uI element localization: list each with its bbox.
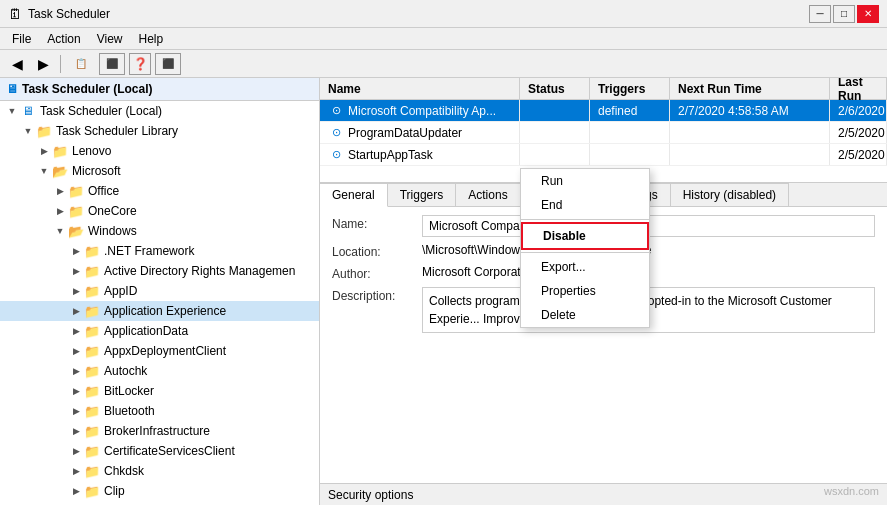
app-icon: 🗓 xyxy=(8,6,22,22)
table-row[interactable]: ⊙ Microsoft Compatibility Ap... defined … xyxy=(320,100,887,122)
toggle-microsoft[interactable]: ▼ xyxy=(36,163,52,179)
brokerinf-label: BrokerInfrastructure xyxy=(104,424,210,438)
toggle-appexp[interactable]: ▶ xyxy=(68,303,84,319)
tree-item-adirm[interactable]: ▶ 📁 Active Directory Rights Managemen xyxy=(0,261,319,281)
tree-item-root[interactable]: ▼ 🖥 Task Scheduler (Local) xyxy=(0,101,319,121)
col-nextrun-header[interactable]: Next Run Time xyxy=(670,78,830,99)
tree-item-office[interactable]: ▶ 📁 Office xyxy=(0,181,319,201)
tree-item-appexp[interactable]: ▶ 📁 Application Experience xyxy=(0,301,319,321)
toggle-clip[interactable]: ▶ xyxy=(68,483,84,499)
windows-label: Windows xyxy=(88,224,137,238)
ctx-delete[interactable]: Delete xyxy=(521,303,649,327)
toggle-windows[interactable]: ▼ xyxy=(52,223,68,239)
bluetooth-folder-icon: 📁 xyxy=(84,403,100,419)
toggle-brokerinf[interactable]: ▶ xyxy=(68,423,84,439)
title-bar: 🗓 Task Scheduler ─ □ ✕ xyxy=(0,0,887,28)
appxdep-label: AppxDeploymentClient xyxy=(104,344,226,358)
tree-item-chkdsk[interactable]: ▶ 📁 Chkdsk xyxy=(0,461,319,481)
toggle-onecore[interactable]: ▶ xyxy=(52,203,68,219)
show-hide-button[interactable]: 📋 xyxy=(67,53,95,75)
tab-actions[interactable]: Actions xyxy=(456,183,520,206)
ctx-sep-2 xyxy=(521,252,649,253)
tree-header-icon: 🖥 xyxy=(6,82,18,96)
ctx-export[interactable]: Export... xyxy=(521,255,649,279)
tree-item-bluetooth[interactable]: ▶ 📁 Bluetooth xyxy=(0,401,319,421)
menu-action[interactable]: Action xyxy=(39,30,88,48)
windows-folder-icon: 📂 xyxy=(68,223,84,239)
tree-item-onecore[interactable]: ▶ 📁 OneCore xyxy=(0,201,319,221)
properties-button[interactable]: ⬛ xyxy=(99,53,125,75)
tree-item-appdata[interactable]: ▶ 📁 ApplicationData xyxy=(0,321,319,341)
adirm-folder-icon: 📁 xyxy=(84,263,100,279)
tree-item-certsvcs[interactable]: ▶ 📁 CertificateServicesClient xyxy=(0,441,319,461)
menu-view[interactable]: View xyxy=(89,30,131,48)
menu-file[interactable]: File xyxy=(4,30,39,48)
toggle-office[interactable]: ▶ xyxy=(52,183,68,199)
toggle-appxdep[interactable]: ▶ xyxy=(68,343,84,359)
menu-help[interactable]: Help xyxy=(131,30,172,48)
toggle-bluetooth[interactable]: ▶ xyxy=(68,403,84,419)
ctx-properties[interactable]: Properties xyxy=(521,279,649,303)
col-status-header[interactable]: Status xyxy=(520,78,590,99)
tree-item-appxdep[interactable]: ▶ 📁 AppxDeploymentClient xyxy=(0,341,319,361)
tree-item-appid[interactable]: ▶ 📁 AppID xyxy=(0,281,319,301)
ctx-disable[interactable]: Disable xyxy=(521,222,649,250)
col-lastrun-header[interactable]: Last Run xyxy=(830,78,887,99)
toggle-certsvcs[interactable]: ▶ xyxy=(68,443,84,459)
toggle-netfw[interactable]: ▶ xyxy=(68,243,84,259)
tree-item-bitlocker[interactable]: ▶ 📁 BitLocker xyxy=(0,381,319,401)
toolbar-sep-1 xyxy=(60,55,61,73)
ctx-end[interactable]: End xyxy=(521,193,649,217)
appexp-label: Application Experience xyxy=(104,304,226,318)
row2-lastrun: 2/5/2020 xyxy=(830,122,887,143)
tree-item-netfw[interactable]: ▶ 📁 .NET Framework xyxy=(0,241,319,261)
toggle-appid[interactable]: ▶ xyxy=(68,283,84,299)
tree-item-microsoft[interactable]: ▼ 📂 Microsoft xyxy=(0,161,319,181)
toggle-autochk[interactable]: ▶ xyxy=(68,363,84,379)
tree-item-autochk[interactable]: ▶ 📁 Autochk xyxy=(0,361,319,381)
toggle-library[interactable]: ▼ xyxy=(20,123,36,139)
tree-item-cloudexp[interactable]: ▶ 📁 CloudExperienceHost xyxy=(0,501,319,505)
autochk-label: Autochk xyxy=(104,364,147,378)
onecore-folder-icon: 📁 xyxy=(68,203,84,219)
tree-item-windows[interactable]: ▼ 📂 Windows xyxy=(0,221,319,241)
autochk-folder-icon: 📁 xyxy=(84,363,100,379)
tree-item-lenovo[interactable]: ▶ 📁 Lenovo xyxy=(0,141,319,161)
menu-bar: File Action View Help xyxy=(0,28,887,50)
bitlocker-label: BitLocker xyxy=(104,384,154,398)
table-header: Name Status Triggers Next Run Time Last … xyxy=(320,78,887,100)
toggle-lenovo[interactable]: ▶ xyxy=(36,143,52,159)
row1-status xyxy=(520,100,590,121)
col-triggers-header[interactable]: Triggers xyxy=(590,78,670,99)
toggle-bitlocker[interactable]: ▶ xyxy=(68,383,84,399)
toggle-root[interactable]: ▼ xyxy=(4,103,20,119)
tab-general[interactable]: General xyxy=(320,183,388,207)
forward-button[interactable]: ▶ xyxy=(32,53,54,75)
maximize-button[interactable]: □ xyxy=(833,5,855,23)
clip-label: Clip xyxy=(104,484,125,498)
minimize-button[interactable]: ─ xyxy=(809,5,831,23)
chkdsk-folder-icon: 📁 xyxy=(84,463,100,479)
toggle-chkdsk[interactable]: ▶ xyxy=(68,463,84,479)
tree-item-library[interactable]: ▼ 📁 Task Scheduler Library xyxy=(0,121,319,141)
office-folder-icon: 📁 xyxy=(68,183,84,199)
col-name-header[interactable]: Name xyxy=(320,78,520,99)
netfw-label: .NET Framework xyxy=(104,244,194,258)
appid-label: AppID xyxy=(104,284,137,298)
tab-history[interactable]: History (disabled) xyxy=(671,183,789,206)
extra-button[interactable]: ⬛ xyxy=(155,53,181,75)
table-row[interactable]: ⊙ ProgramDataUpdater 2/5/2020 xyxy=(320,122,887,144)
office-label: Office xyxy=(88,184,119,198)
close-button[interactable]: ✕ xyxy=(857,5,879,23)
back-button[interactable]: ◀ xyxy=(6,53,28,75)
toggle-adirm[interactable]: ▶ xyxy=(68,263,84,279)
row3-name: ⊙ StartupAppTask xyxy=(320,144,520,165)
ctx-run[interactable]: Run xyxy=(521,169,649,193)
toggle-appdata[interactable]: ▶ xyxy=(68,323,84,339)
tab-triggers[interactable]: Triggers xyxy=(388,183,457,206)
tree-item-brokerinf[interactable]: ▶ 📁 BrokerInfrastructure xyxy=(0,421,319,441)
tree-item-clip[interactable]: ▶ 📁 Clip xyxy=(0,481,319,501)
table-row[interactable]: ⊙ StartupAppTask 2/5/2020 xyxy=(320,144,887,166)
toolbar: ◀ ▶ 📋 ⬛ ❓ ⬛ xyxy=(0,50,887,78)
help-button[interactable]: ❓ xyxy=(129,53,151,75)
